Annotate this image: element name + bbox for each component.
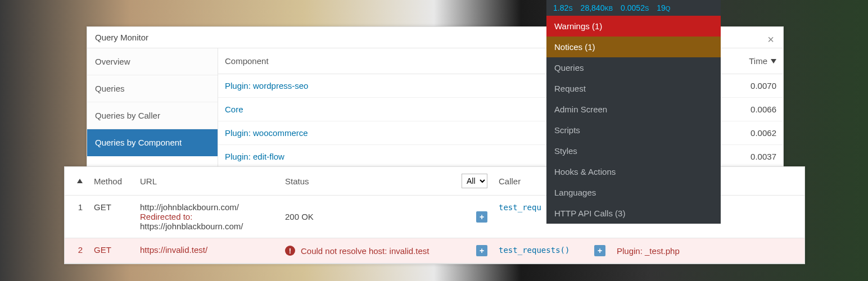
sidebar-item-overview[interactable]: Overview — [87, 48, 218, 75]
menu-item-scripts[interactable]: Scripts — [546, 120, 721, 140]
col-index[interactable] — [65, 167, 88, 195]
redirect-url: https://johnblackbourn.com/ — [140, 221, 274, 231]
menu-item-admin-screen[interactable]: Admin Screen — [546, 99, 721, 120]
expand-icon[interactable]: + — [476, 245, 487, 256]
component-cell: Plugin: _test.php — [611, 238, 804, 263]
error-icon: ! — [285, 246, 295, 256]
caller-cell: test_requests() + — [493, 238, 611, 263]
status-cell: 200 OK + — [279, 196, 493, 238]
menu-item-queries[interactable]: Queries — [546, 57, 721, 78]
sidebar-item-queries-by-caller[interactable]: Queries by Caller — [87, 102, 218, 129]
sort-asc-icon — [77, 179, 83, 183]
menu-item-http-api[interactable]: HTTP API Calls (3) — [546, 203, 721, 224]
col-time[interactable]: Time — [724, 48, 783, 74]
panel-sidebar: Overview Queries Queries by Caller Queri… — [87, 48, 218, 169]
adminbar-stats[interactable]: 1.82S 28,840KB 0.0052S 19Q — [546, 0, 721, 16]
col-method: Method — [88, 167, 134, 195]
component-link[interactable]: Plugin: wordpress-seo — [225, 81, 308, 90]
menu-item-request[interactable]: Request — [546, 78, 721, 99]
sidebar-item-queries[interactable]: Queries — [87, 75, 218, 102]
url-cell: http://johnblackbourn.com/ Redirected to… — [134, 196, 279, 238]
stat-memory: 28,840KB — [581, 3, 613, 12]
menu-item-styles[interactable]: Styles — [546, 140, 721, 161]
col-url: URL — [134, 167, 279, 195]
menu-item-languages[interactable]: Languages — [546, 182, 721, 203]
col-component: Component — [218, 48, 595, 74]
col-status: Status All — [279, 167, 493, 195]
menu-item-warnings[interactable]: Warnings (1) — [546, 16, 721, 37]
menu-item-hooks[interactable]: Hooks & Actions — [546, 161, 721, 182]
component-link[interactable]: Core — [225, 105, 243, 114]
expand-icon[interactable]: + — [594, 245, 605, 256]
component-link[interactable]: Plugin: woocommerce — [225, 128, 308, 138]
http-row-error: 2 GET https://invalid.test/ ! Could not … — [65, 238, 804, 264]
stat-queries: 19Q — [657, 3, 670, 12]
sort-icon — [771, 59, 776, 64]
stat-db-time: 0.0052S — [621, 3, 649, 12]
close-icon[interactable]: × — [764, 32, 777, 47]
caller-fn: test_requ — [499, 203, 541, 212]
component-link[interactable]: Plugin: edit-flow — [225, 152, 284, 161]
status-cell: ! Could not resolve host: invalid.test + — [279, 238, 493, 263]
expand-icon[interactable]: + — [476, 211, 487, 223]
url-text: http://johnblackbourn.com/ — [140, 202, 274, 212]
url-text: https://invalid.test/ — [134, 238, 279, 263]
caller-fn: test_requests() — [499, 246, 569, 255]
status-filter-select[interactable]: All — [462, 174, 487, 188]
stat-time: 1.82S — [553, 3, 573, 12]
redirect-label: Redirected to: — [140, 212, 274, 221]
adminbar-dropdown: 1.82S 28,840KB 0.0052S 19Q Warnings (1) … — [546, 0, 721, 224]
sidebar-item-queries-by-component[interactable]: Queries by Component — [87, 129, 218, 156]
menu-item-notices[interactable]: Notices (1) — [546, 37, 721, 57]
